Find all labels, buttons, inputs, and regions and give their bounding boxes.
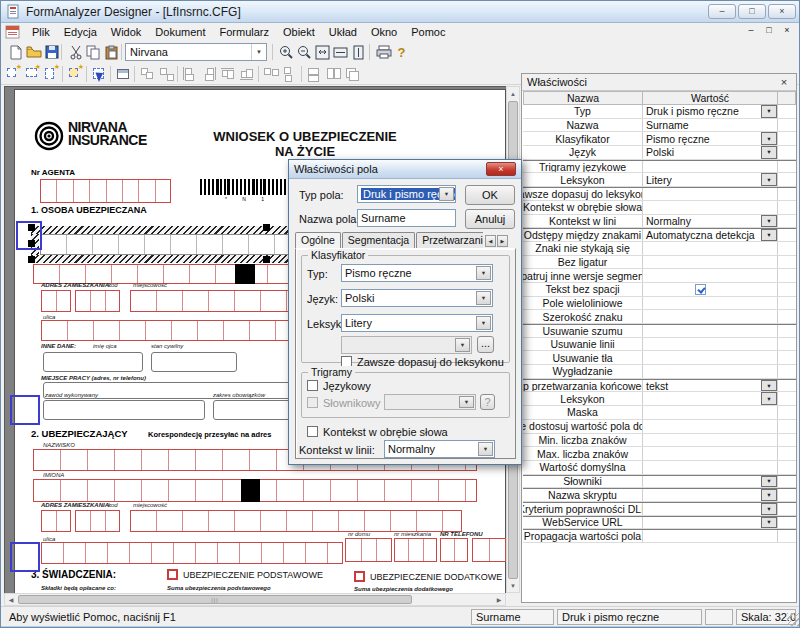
- fit-page-icon[interactable]: [314, 44, 331, 60]
- property-row[interactable]: NazwaSurname: [523, 119, 796, 133]
- property-row[interactable]: Propagacja wartości pola: [523, 529, 796, 543]
- selection-anchor-2[interactable]: [10, 395, 40, 425]
- maximize-button[interactable]: □: [738, 4, 766, 19]
- ulica2-field[interactable]: [41, 542, 343, 564]
- selection-anchor-1[interactable]: [16, 221, 42, 250]
- property-row[interactable]: Kontekst w obrębie słowa: [523, 201, 796, 215]
- horizontal-scroll-thumb[interactable]: |||: [18, 595, 412, 604]
- tab-scroll-right-icon[interactable]: ▶: [497, 235, 508, 247]
- tab-segmentacja[interactable]: Segmentacja: [342, 232, 415, 248]
- imie-ojca-field[interactable]: [43, 352, 143, 372]
- save-icon[interactable]: [43, 44, 60, 60]
- dropdown-icon[interactable]: ▼: [761, 105, 777, 118]
- property-row[interactable]: Typ przetwarzania końcowegotekst▼: [523, 379, 796, 393]
- chevron-down-icon[interactable]: ▼: [251, 44, 266, 60]
- help-icon[interactable]: ?: [393, 44, 410, 60]
- property-row[interactable]: Maska: [523, 406, 796, 420]
- dropdown-icon[interactable]: ▼: [761, 476, 777, 488]
- browse-button[interactable]: ...: [477, 336, 494, 353]
- property-row[interactable]: Zawsze dopasuj do leksykonu: [523, 187, 796, 201]
- typ-combo[interactable]: Pismo ręczne ▼: [341, 264, 493, 282]
- menu-item-plik[interactable]: Plik: [25, 24, 57, 40]
- zoom-in-icon[interactable]: [278, 44, 295, 60]
- chevron-down-icon[interactable]: ▼: [476, 291, 491, 305]
- property-row[interactable]: Wartość domyślna: [523, 461, 796, 475]
- dialog-close-icon[interactable]: ×: [486, 162, 516, 176]
- property-row[interactable]: WebService URL▼: [523, 516, 796, 530]
- selection-anchor-3[interactable]: [10, 542, 40, 572]
- chevron-down-icon[interactable]: ▼: [476, 266, 491, 280]
- property-row[interactable]: Bez ligatur: [523, 256, 796, 270]
- ubezpieczenie-dodatkowe-checkbox[interactable]: [354, 571, 365, 582]
- group-fields-icon[interactable]: [139, 66, 156, 82]
- property-row[interactable]: Kryterium poprawności DLL▼: [523, 502, 796, 516]
- property-row[interactable]: Odstępy między znakamiAutomatyczna detek…: [523, 228, 796, 242]
- same-height-icon[interactable]: [325, 66, 342, 82]
- open-file-icon[interactable]: [25, 44, 42, 60]
- property-row[interactable]: Usuwanie linii: [523, 338, 796, 352]
- new-table-field-icon[interactable]: ★: [24, 66, 41, 82]
- scroll-right-icon[interactable]: ▶: [493, 594, 505, 605]
- align-top-icon[interactable]: [220, 66, 237, 82]
- dropdown-icon[interactable]: ▼: [761, 392, 777, 405]
- ungroup-fields-icon[interactable]: [158, 66, 175, 82]
- dropdown-icon[interactable]: ▼: [761, 215, 777, 228]
- property-row[interactable]: Słowniki▼: [523, 475, 796, 489]
- telefon-field-a[interactable]: [440, 538, 468, 562]
- new-group-field-icon[interactable]: ★: [43, 66, 60, 82]
- kod2-field-b[interactable]: [75, 510, 120, 532]
- menu-item-widok[interactable]: Widok: [104, 24, 149, 40]
- nr-mieszkania-field[interactable]: [394, 538, 437, 562]
- same-size-icon[interactable]: [344, 66, 361, 82]
- telefon-field-b[interactable]: [472, 538, 506, 562]
- scroll-up-icon[interactable]: ▲: [507, 87, 519, 100]
- property-row[interactable]: Nazwa skryptu▼: [523, 488, 796, 502]
- property-row[interactable]: Usuwanie szumu: [523, 324, 796, 338]
- field-wizard-icon[interactable]: ★: [67, 66, 84, 82]
- dropdown-icon[interactable]: ▼: [761, 380, 777, 392]
- property-row[interactable]: Szerokość znaku: [523, 310, 796, 324]
- distribute-horizontal-icon[interactable]: [263, 66, 280, 82]
- nr-domu-field[interactable]: [345, 538, 392, 562]
- dropdown-icon[interactable]: ▼: [761, 132, 777, 145]
- agent-number-field[interactable]: [40, 179, 171, 203]
- field-name-input[interactable]: Surname: [357, 209, 456, 227]
- property-row[interactable]: KlasyfikatorPismo ręczne▼: [523, 132, 796, 146]
- leksykon-combo[interactable]: Litery ▼: [341, 314, 493, 332]
- kod2-field-a[interactable]: [41, 510, 71, 532]
- menu-item-pomoc[interactable]: Pomoc: [404, 24, 452, 40]
- kontekst-slowo-checkbox[interactable]: [307, 426, 318, 437]
- menu-item-okno[interactable]: Okno: [364, 24, 404, 40]
- mdi-close-icon[interactable]: ×: [781, 25, 793, 35]
- chevron-down-icon[interactable]: ▼: [478, 442, 493, 456]
- menu-item-obiekt[interactable]: Obiekt: [276, 24, 322, 40]
- jezyk-combo[interactable]: Polski ▼: [341, 289, 493, 307]
- chevron-down-icon[interactable]: ▼: [476, 316, 491, 330]
- dropdown-icon[interactable]: ▼: [761, 517, 777, 529]
- align-left-icon[interactable]: [182, 66, 199, 82]
- form-selector-combo[interactable]: Nirvana ▼: [125, 43, 267, 61]
- horizontal-scrollbar[interactable]: ◀ ||| ▶: [4, 593, 506, 606]
- typ-pola-combo[interactable]: Druk i pismo ręczne ▼: [357, 185, 456, 203]
- new-file-icon[interactable]: [7, 44, 24, 60]
- mdi-minimize-icon[interactable]: –: [745, 25, 757, 35]
- property-row[interactable]: Min. liczba znaków: [523, 434, 796, 448]
- property-row[interactable]: Zawsze dostosuj wartość pola do maski: [523, 420, 796, 434]
- property-row[interactable]: Wygładzanie: [523, 365, 796, 379]
- zoom-out-icon[interactable]: [296, 44, 313, 60]
- menu-item-formularz[interactable]: Formularz: [212, 24, 276, 40]
- resize-grip[interactable]: [787, 613, 800, 626]
- menu-item-edycja[interactable]: Edycja: [57, 24, 104, 40]
- chevron-down-icon[interactable]: ▼: [439, 187, 454, 201]
- kod1-field-a[interactable]: [41, 290, 71, 312]
- minimize-button[interactable]: –: [708, 4, 736, 19]
- scroll-down-icon[interactable]: ▼: [507, 579, 519, 592]
- scroll-left-icon[interactable]: ◀: [5, 594, 17, 605]
- mdi-restore-icon[interactable]: □: [763, 25, 775, 35]
- menu-item-uklad[interactable]: Układ: [322, 24, 364, 40]
- property-row[interactable]: LeksykonLitery▼: [523, 173, 796, 187]
- align-right-icon[interactable]: [201, 66, 218, 82]
- zawod-field[interactable]: [43, 400, 205, 420]
- print-icon[interactable]: [375, 44, 392, 60]
- ok-button[interactable]: OK: [465, 185, 515, 205]
